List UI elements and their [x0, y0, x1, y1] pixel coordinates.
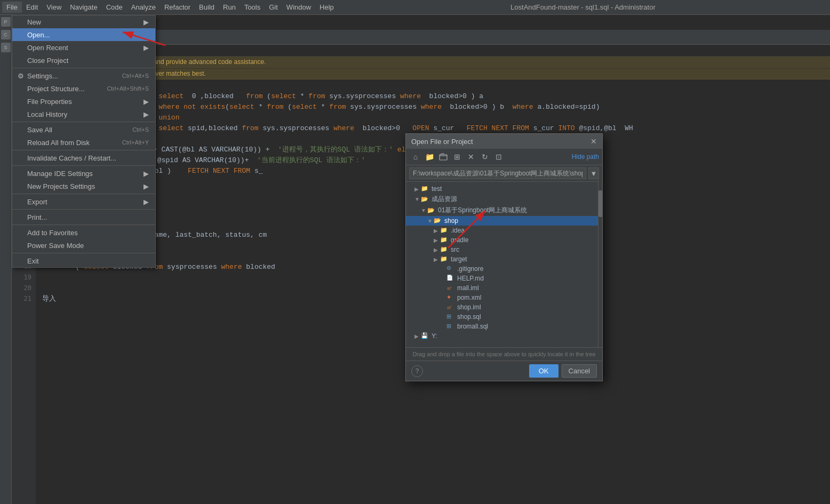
menu-item-close-project[interactable]: Close Project	[12, 54, 155, 67]
menubar-file[interactable]: File	[2, 2, 22, 13]
menu-item-invalidate[interactable]: Invalidate Caches / Restart...	[12, 151, 155, 164]
new-icon	[17, 18, 25, 26]
dialog-folder-button[interactable]: 📁	[423, 151, 436, 163]
reload-icon	[17, 138, 25, 147]
tree-item-test[interactable]: ▶ 📁 test	[406, 184, 602, 194]
tree-item-gradle[interactable]: ▶ 📁 gradle	[406, 235, 602, 245]
menu-item-open-recent[interactable]: Open Recent ▶	[12, 41, 155, 54]
menu-item-power-save[interactable]: Power Save Mode	[12, 239, 155, 252]
tree-item-malliml[interactable]: ㎡ mall.iml	[406, 283, 602, 293]
menubar-view[interactable]: View	[42, 2, 66, 13]
menubar-help[interactable]: Help	[315, 2, 338, 13]
menu-item-project-structure[interactable]: Project Structure... Ctrl+Alt+Shift+S	[12, 82, 155, 95]
tree-label-malliml: mall.iml	[457, 284, 479, 292]
menubar-edit[interactable]: Edit	[22, 2, 42, 13]
file-icon-malliml: ㎡	[446, 284, 455, 292]
menu-item-new[interactable]: New ▶	[12, 15, 155, 28]
settings-icon: ⚙	[17, 71, 25, 80]
open-file-dialog: Open File or Project ✕ ⌂ 📁 ⊞ ✕ ↻ ⊡ Hide …	[405, 133, 603, 381]
tree-label-springboot: 01基于Springboot网上商城系统	[438, 206, 527, 215]
dialog-help-button[interactable]: ?	[411, 365, 423, 377]
tree-item-src[interactable]: ▶ 📁 src	[406, 245, 602, 254]
menubar-analyze[interactable]: Analyze	[127, 2, 160, 13]
menu-item-print[interactable]: Print...	[12, 211, 155, 223]
dialog-expand-button[interactable]: ⊞	[451, 151, 464, 163]
tree-arrow-y-drive: ▶	[414, 333, 421, 339]
tree-item-shopsql[interactable]: ⊞ shop.sql	[406, 312, 602, 322]
folder-icon-src: 📁	[440, 246, 449, 253]
ide-left-bar: P C S	[0, 15, 12, 504]
print-icon	[17, 213, 25, 221]
menubar: File Edit View Navigate Code Analyze Ref…	[0, 0, 830, 15]
tree-item-chengpin[interactable]: ▼ 📂 成品资源	[406, 194, 602, 205]
code-line-1: declare @spid int,@bl int	[42, 80, 824, 91]
tree-item-springboot[interactable]: ▼ 📂 01基于Springboot网上商城系统	[406, 205, 602, 216]
menubar-navigate[interactable]: Navigate	[66, 2, 101, 13]
tree-item-bromallsql[interactable]: ⊞ bromall.sql	[406, 322, 602, 331]
menubar-refactor[interactable]: Refactor	[160, 2, 195, 13]
project-icon[interactable]: P	[1, 17, 11, 27]
tree-item-shop[interactable]: ▼ 📂 shop	[406, 216, 602, 226]
menu-item-manage-ide[interactable]: Manage IDE Settings ▶	[12, 167, 155, 180]
structure-icon[interactable]: S	[1, 43, 11, 52]
menu-item-reload[interactable]: Reload All from Disk Ctrl+Alt+Y	[12, 136, 155, 149]
file-menu-dropdown: New ▶ Open... Open Recent ▶ Close Projec…	[12, 15, 156, 268]
commit-icon[interactable]: C	[1, 30, 11, 39]
open-recent-icon	[17, 43, 25, 52]
sep-8	[12, 253, 155, 253]
dialog-delete-button[interactable]: ✕	[465, 151, 477, 163]
dialog-hide-path-link[interactable]: Hide path	[572, 153, 599, 161]
dialog-refresh-button[interactable]: ↻	[478, 151, 491, 163]
dialog-cancel-button[interactable]: Cancel	[562, 364, 597, 378]
menubar-window[interactable]: Window	[282, 2, 315, 13]
new-arrow: ▶	[143, 18, 149, 26]
tree-item-idea[interactable]: ▶ 📁 .idea	[406, 226, 602, 235]
tree-item-target[interactable]: ▶ 📁 target	[406, 254, 602, 264]
code-line-5: select spid,blocked from sys.sysprocesse…	[42, 123, 824, 133]
dialog-tree[interactable]: ▶ 📁 test ▼ 📂 成品资源 ▼ 📂 01基于Springboot网上商城…	[406, 182, 602, 347]
dialog-ok-button[interactable]: OK	[529, 364, 558, 378]
tree-arrow-shop: ▼	[427, 218, 434, 224]
tree-item-y-drive[interactable]: ▶ 💾 Y:	[406, 331, 602, 341]
sep-2	[12, 122, 155, 122]
tree-label-shopsql: shop.sql	[457, 313, 481, 321]
tree-item-gitignore[interactable]: ⚙ .gitignore	[406, 264, 602, 274]
tree-label-shopiml: shop.iml	[457, 303, 481, 311]
menu-item-file-properties[interactable]: File Properties ▶	[12, 95, 155, 108]
folder-icon-springboot: 📂	[427, 207, 436, 214]
menu-item-settings[interactable]: ⚙ Settings... Ctrl+Alt+S	[12, 69, 155, 82]
menubar-git[interactable]: Git	[265, 2, 282, 13]
dialog-path-input[interactable]	[409, 167, 586, 179]
code-line-2: DECLARE s_cur CURSOR FOR select 0 ,block…	[42, 91, 824, 101]
dialog-close-button[interactable]: ✕	[590, 137, 597, 146]
tree-item-pomxml[interactable]: ✦ pom.xml	[406, 293, 602, 302]
menu-item-open[interactable]: Open...	[12, 28, 155, 41]
menubar-run[interactable]: Run	[219, 2, 240, 13]
tree-item-helpmd[interactable]: 📄 HELP.md	[406, 274, 602, 283]
new-projects-arrow: ▶	[143, 182, 149, 190]
tree-label-target: target	[451, 255, 467, 263]
tree-item-shopiml[interactable]: ㎡ shop.iml	[406, 302, 602, 312]
sep-4	[12, 165, 155, 166]
project-structure-icon	[17, 84, 25, 93]
menu-item-save-all[interactable]: Save All Ctrl+S	[12, 123, 155, 136]
dialog-new-folder-button[interactable]	[437, 151, 450, 163]
line-21: 21	[12, 293, 36, 304]
tree-label-idea: .idea	[451, 227, 465, 234]
menu-item-add-favorites[interactable]: Add to Favorites	[12, 226, 155, 239]
open-recent-arrow: ▶	[143, 44, 149, 52]
file-icon-shopsql: ⊞	[446, 313, 455, 321]
menu-item-new-projects[interactable]: New Projects Settings ▶	[12, 180, 155, 193]
sep-1	[12, 68, 155, 68]
dialog-view-button[interactable]: ⊡	[492, 151, 505, 163]
dialog-title-bar: Open File or Project ✕	[406, 134, 602, 149]
menubar-code[interactable]: Code	[102, 2, 127, 13]
code-line-3: where not exists(select * from (select *…	[42, 101, 824, 112]
dialog-path-dropdown[interactable]: ▼	[588, 167, 599, 179]
menu-item-local-history[interactable]: Local History ▶	[12, 108, 155, 121]
menubar-tools[interactable]: Tools	[240, 2, 265, 13]
menu-item-export[interactable]: Export ▶	[12, 195, 155, 208]
menubar-build[interactable]: Build	[195, 2, 219, 13]
dialog-home-button[interactable]: ⌂	[409, 151, 422, 163]
menu-item-exit[interactable]: Exit	[12, 254, 155, 267]
